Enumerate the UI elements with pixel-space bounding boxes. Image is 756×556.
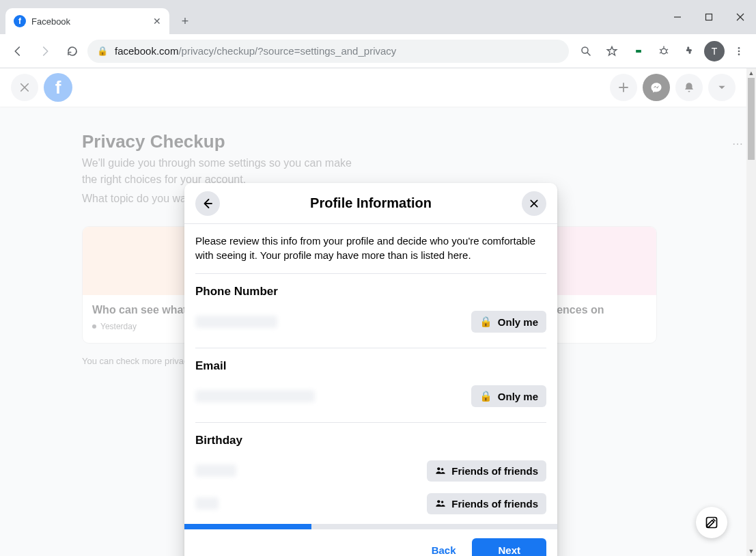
vertical-scrollbar[interactable]: ▲ ▼ [746, 68, 756, 556]
section-phone: Phone Number 🔒 Only me [195, 274, 546, 348]
modal-intro-text: Please review this info from your profil… [195, 234, 546, 274]
redacted-birthday-year [195, 497, 219, 510]
svg-point-14 [738, 53, 740, 55]
url-path: /privacy/checkup/?source=settings_and_pr… [178, 45, 396, 57]
scrollbar-thumb[interactable] [748, 78, 755, 160]
create-button[interactable] [610, 74, 637, 101]
svg-point-4 [582, 47, 588, 53]
browser-tab-strip: f Facebook ✕ + [0, 0, 756, 34]
svg-rect-25 [707, 518, 717, 528]
svg-point-24 [441, 501, 443, 503]
bookmark-star-icon[interactable] [600, 40, 624, 63]
notifications-button[interactable] [675, 74, 703, 101]
audience-label: Only me [498, 391, 538, 402]
redacted-email-value [195, 390, 315, 402]
card-meta-text: Yesterday [100, 322, 137, 331]
extension-dashboard-icon[interactable]: ▪▪ [626, 40, 649, 63]
avatar-initial: T [712, 46, 718, 57]
section-label: Phone Number [195, 285, 546, 298]
audience-label: Friends of friends [451, 465, 538, 477]
svg-line-8 [660, 49, 661, 51]
back-label: Back [432, 544, 456, 556]
window-close-button[interactable] [725, 6, 756, 28]
profile-info-modal: Profile Information Please review this i… [184, 183, 557, 556]
modal-header: Profile Information [184, 183, 557, 224]
extension-bug-icon[interactable] [652, 40, 675, 63]
modal-footer: Back Next [184, 529, 557, 556]
tab-title: Facebook [31, 16, 148, 27]
browser-tab[interactable]: f Facebook ✕ [5, 8, 169, 34]
url-text: facebook.com/privacy/checkup/?source=set… [115, 45, 396, 57]
page-title: Privacy Checkup [82, 131, 361, 152]
extensions-puzzle-icon[interactable] [678, 40, 701, 63]
section-birthday: Birthday Friends of friends Friends of f… [195, 423, 546, 524]
modal-back-button[interactable] [195, 191, 220, 216]
audience-selector-email[interactable]: 🔒 Only me [471, 385, 546, 407]
url-host: facebook.com [115, 45, 178, 57]
audience-selector-birthday-year[interactable]: Friends of friends [427, 493, 546, 514]
next-label: Next [498, 544, 520, 556]
account-menu-button[interactable] [708, 74, 736, 101]
audience-selector-phone[interactable]: 🔒 Only me [471, 311, 546, 333]
section-label: Birthday [195, 434, 546, 447]
nav-forward-button[interactable] [33, 39, 57, 64]
audience-selector-birthday-day[interactable]: Friends of friends [427, 460, 546, 482]
more-options-button[interactable]: ⋯ [729, 131, 746, 156]
svg-line-5 [587, 53, 590, 55]
svg-line-11 [667, 52, 668, 53]
facebook-favicon: f [14, 15, 26, 27]
svg-point-22 [441, 468, 443, 470]
lock-icon: 🔒 [479, 316, 492, 328]
section-email: Email 🔒 Only me [195, 348, 546, 423]
progress-fill [184, 524, 311, 529]
close-checkup-button[interactable] [11, 74, 38, 101]
address-bar[interactable]: 🔒 facebook.com/privacy/checkup/?source=s… [87, 40, 569, 63]
window-maximize-button[interactable] [693, 6, 725, 28]
lock-icon: 🔒 [97, 46, 108, 56]
window-minimize-button[interactable] [662, 6, 693, 28]
page-viewport: f Privacy Checkup We'll guide you throug… [0, 68, 746, 556]
svg-point-13 [738, 50, 740, 52]
window-controls [662, 0, 756, 34]
progress-bar [184, 524, 557, 529]
next-button[interactable]: Next [472, 538, 546, 557]
modal-close-button[interactable] [522, 191, 546, 216]
modal-title: Profile Information [310, 195, 432, 211]
edit-fab-button[interactable] [696, 507, 727, 538]
svg-point-23 [438, 500, 440, 503]
audience-label: Friends of friends [451, 498, 538, 510]
lock-icon: 🔒 [479, 390, 492, 402]
scroll-up-arrow[interactable]: ▲ [746, 68, 756, 78]
audience-label: Only me [498, 316, 538, 328]
svg-point-12 [738, 47, 740, 49]
svg-point-6 [661, 48, 667, 54]
browser-toolbar: 🔒 facebook.com/privacy/checkup/?source=s… [0, 34, 756, 68]
svg-line-9 [667, 49, 668, 51]
svg-point-21 [438, 467, 440, 470]
svg-line-10 [660, 52, 661, 53]
redacted-phone-value [195, 316, 277, 328]
close-tab-icon[interactable]: ✕ [153, 16, 161, 27]
facebook-header: f [0, 68, 746, 107]
facebook-logo[interactable]: f [44, 73, 72, 102]
redacted-birthday-day [195, 464, 236, 477]
friends-icon [435, 498, 446, 509]
browser-menu-button[interactable] [727, 40, 751, 63]
messenger-button[interactable] [643, 74, 670, 101]
profile-avatar-button[interactable]: T [704, 41, 725, 61]
svg-rect-1 [706, 14, 712, 20]
nav-reload-button[interactable] [60, 39, 85, 64]
scroll-down-arrow[interactable]: ▼ [746, 546, 756, 556]
new-tab-button[interactable]: + [173, 10, 197, 33]
back-button[interactable]: Back [422, 539, 466, 557]
friends-icon [435, 465, 446, 476]
nav-back-button[interactable] [5, 39, 30, 64]
zoom-icon[interactable] [574, 40, 598, 63]
section-label: Email [195, 359, 546, 373]
